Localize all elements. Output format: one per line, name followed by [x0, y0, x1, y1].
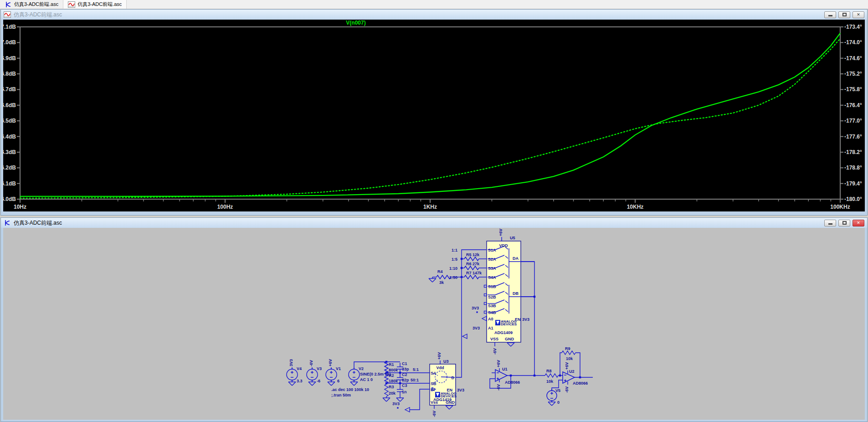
schematic-window-icon: [4, 220, 11, 226]
svg-text:10k: 10k: [546, 379, 554, 384]
svg-text:-6: -6: [317, 379, 320, 383]
svg-text:SA: SA: [431, 371, 437, 376]
svg-text:IN: IN: [431, 387, 435, 392]
svg-text:82p: 82p: [402, 378, 409, 382]
svg-text:6.7dB: 6.7dB: [3, 86, 16, 93]
minimize-button[interactable]: [824, 220, 836, 226]
svg-text:10KHz: 10KHz: [627, 204, 644, 210]
svg-text:3V3: 3V3: [457, 388, 464, 392]
svg-text:U5: U5: [510, 236, 515, 240]
svg-text:10k: 10k: [566, 356, 573, 361]
svg-text:VDD: VDD: [499, 243, 508, 248]
schematic-window-titlebar[interactable]: 仿真3-ADC前端.asc ✕: [1, 218, 867, 228]
waveform-doc-icon: [68, 1, 75, 8]
close-button[interactable]: ✕: [853, 220, 864, 226]
svg-text:-178.2°: -178.2°: [844, 149, 862, 155]
svg-text:S2B: S2B: [488, 295, 496, 299]
svg-text:S3B: S3B: [488, 304, 496, 308]
svg-text:3V3: 3V3: [522, 317, 529, 322]
svg-text:50:1: 50:1: [411, 378, 419, 382]
waveform-window-titlebar[interactable]: 仿真3-ADC前端.asc ✕: [1, 10, 867, 20]
svg-text:1:1: 1:1: [452, 248, 457, 252]
svg-text:1:10: 1:10: [449, 266, 457, 271]
bode-plot[interactable]: 7.1dB7.0dB6.9dB6.8dB6.7dB6.6dB6.5dB6.4dB…: [3, 20, 865, 211]
svg-text:1:50: 1:50: [449, 275, 457, 280]
schematic-doc-icon: [5, 1, 12, 8]
svg-text:S1B: S1B: [488, 284, 496, 289]
tab-schematic-doc[interactable]: 仿真3-ADC前端.asc: [0, 0, 63, 9]
svg-text:6.6dB: 6.6dB: [3, 102, 16, 108]
svg-text:-173.4°: -173.4°: [844, 24, 862, 30]
svg-text:S4A: S4A: [488, 275, 496, 280]
svg-text:100Hz: 100Hz: [217, 204, 233, 210]
svg-text:3V3: 3V3: [289, 359, 293, 366]
svg-text:+6V: +6V: [328, 359, 333, 366]
close-button[interactable]: ✕: [853, 11, 864, 18]
svg-text:-6V: -6V: [493, 348, 497, 355]
svg-text:-177.0°: -177.0°: [844, 118, 862, 124]
svg-text:DEVICES: DEVICES: [501, 322, 517, 326]
svg-text:V(n007): V(n007): [346, 20, 365, 26]
svg-text:R1: R1: [389, 362, 394, 367]
svg-text:C3: C3: [402, 383, 407, 388]
svg-text:-176.4°: -176.4°: [844, 102, 862, 108]
svg-text:1KHz: 1KHz: [423, 204, 437, 210]
svg-text:6.9dB: 6.9dB: [3, 55, 16, 62]
waveform-plot-pane[interactable]: 7.1dB7.0dB6.9dB6.8dB6.7dB6.6dB6.5dB6.4dB…: [3, 20, 865, 211]
svg-text:A0: A0: [488, 317, 493, 321]
schematic-canvas[interactable]: 3V3-6V+6V+6V-6V+6V-6V+6V-6V+6V-6V1:11:51…: [3, 228, 865, 420]
svg-text:3k: 3k: [439, 280, 444, 285]
svg-text:7.0dB: 7.0dB: [3, 39, 16, 46]
svg-text:3V3: 3V3: [472, 306, 479, 310]
maximize-button[interactable]: [838, 11, 850, 18]
svg-text:6.0dB: 6.0dB: [3, 196, 16, 202]
svg-text:.ac dec 100 100k 10: .ac dec 100 100k 10: [331, 387, 369, 392]
waveform-window-icon: [4, 11, 11, 18]
schematic-window-title: 仿真3-ADC前端.asc: [14, 219, 822, 227]
svg-text:3V3: 3V3: [392, 401, 400, 406]
svg-text:-179.4°: -179.4°: [844, 180, 862, 187]
svg-text:S1A: S1A: [488, 248, 496, 252]
svg-text:-6V: -6V: [432, 411, 437, 417]
svg-text:6.3dB: 6.3dB: [3, 149, 16, 155]
svg-text:SB: SB: [431, 381, 437, 386]
svg-text:R3: R3: [389, 385, 394, 389]
svg-text:180k: 180k: [389, 379, 398, 383]
svg-text:-6V: -6V: [565, 386, 569, 393]
maximize-button[interactable]: [838, 220, 850, 226]
svg-text:-174.6°: -174.6°: [844, 55, 862, 62]
svg-text:VSS: VSS: [490, 337, 498, 341]
svg-text:R7 147k: R7 147k: [466, 271, 482, 275]
svg-text:6.1dB: 6.1dB: [3, 180, 16, 187]
svg-text:1:5: 1:5: [452, 257, 457, 262]
svg-text:;.tran 50m: ;.tran 50m: [331, 393, 351, 397]
tab-label: 仿真3-ADC前端.asc: [77, 1, 122, 8]
svg-text:DB: DB: [513, 291, 519, 296]
svg-text:+6V: +6V: [565, 362, 569, 370]
svg-text:V4: V4: [297, 366, 302, 371]
svg-text:DEVICES: DEVICES: [441, 394, 457, 398]
circuit-schematic[interactable]: 3V3-6V+6V+6V-6V+6V-6V+6V-6V+6V-6V1:11:51…: [3, 228, 865, 420]
svg-text:C2: C2: [402, 372, 407, 377]
svg-text:R4: R4: [437, 269, 443, 274]
svg-text:-6V: -6V: [496, 384, 501, 391]
svg-text:6.2dB: 6.2dB: [3, 165, 16, 171]
svg-text:-175.2°: -175.2°: [844, 71, 862, 77]
svg-text:R8: R8: [546, 369, 552, 373]
svg-text:A1: A1: [488, 326, 493, 330]
svg-text:Vss: Vss: [431, 400, 438, 405]
svg-text:V5: V5: [555, 388, 560, 393]
svg-text:7.1dB: 7.1dB: [3, 24, 16, 30]
svg-text:-174.0°: -174.0°: [844, 39, 862, 46]
svg-text:C1: C1: [402, 361, 407, 366]
svg-text:D: D: [452, 376, 455, 380]
svg-text:+6V: +6V: [496, 360, 501, 367]
svg-text:GND: GND: [505, 337, 514, 341]
svg-text:AC 1 0: AC 1 0: [360, 377, 373, 382]
svg-text:DA: DA: [513, 256, 519, 261]
svg-text:AD8066: AD8066: [505, 380, 520, 385]
svg-text:-177.6°: -177.6°: [844, 134, 862, 140]
svg-text:V1: V1: [336, 366, 341, 371]
tab-waveform-doc[interactable]: 仿真3-ADC前端.asc: [63, 0, 127, 9]
minimize-button[interactable]: [824, 11, 836, 18]
